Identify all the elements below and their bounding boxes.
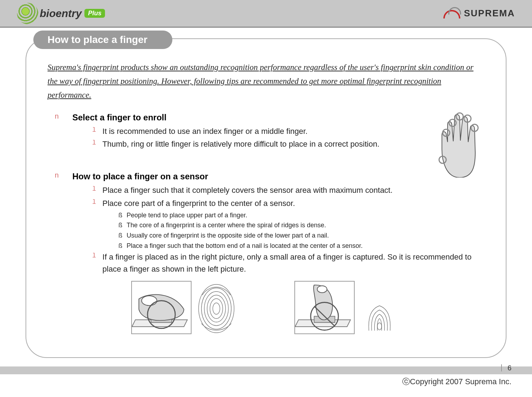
hand-illustration (428, 103, 492, 178)
sub-list: l It is recommended to use an index fing… (92, 125, 484, 150)
list-item: ß Usually core of fingerprint is the opp… (118, 230, 484, 241)
bullet-level3: ß (118, 210, 122, 221)
section-heading: n How to place a finger on a sensor (55, 172, 484, 181)
list-item: l Place core part of a fingerprint to th… (92, 197, 484, 210)
list-item-text: If a finger is placed as in the right pi… (102, 251, 484, 275)
list-item: ß People tend to place upper part of a f… (118, 210, 484, 221)
content-frame: How to place a finger Suprema's fingerpr… (26, 38, 506, 358)
list-item: l Thumb, ring or little finger is relati… (92, 138, 484, 150)
sub-list: l If a finger is placed as in the right … (92, 251, 484, 275)
bullet-level2: l (92, 197, 96, 210)
bullet-level2: l (92, 184, 96, 196)
finger-tip-diagram (294, 281, 355, 334)
bullet-level3: ß (118, 241, 122, 251)
bullet-level2: l (92, 138, 96, 150)
bullet-level2: l (92, 251, 96, 275)
placement-diagrams (48, 281, 484, 334)
incorrect-placement (294, 281, 401, 334)
logo-suprema: SUPREMA (443, 7, 515, 20)
sub-list: l Place a finger such that it completely… (92, 184, 484, 209)
svg-point-10 (201, 288, 231, 329)
fingerprint-swirl-icon (17, 3, 38, 24)
footer-bar (0, 366, 532, 374)
brand-left-badge: Plus (84, 9, 105, 18)
section-title-text: Select a finger to enroll (72, 113, 166, 123)
svg-point-11 (204, 292, 228, 326)
bullet-level2: l (92, 125, 96, 137)
logo-bioentry: bioentry Plus (17, 3, 105, 24)
bullet-level3: ß (118, 220, 122, 230)
section-heading: n Select a finger to enroll (55, 113, 484, 123)
page-title: How to place a finger (33, 31, 172, 49)
svg-point-19 (377, 323, 382, 330)
bullet-level1: n (55, 172, 59, 181)
intro-paragraph: Suprema's fingerprint products show an o… (48, 60, 484, 102)
partial-fingerprint-icon (358, 281, 401, 334)
list-item-text: Place a finger such that it completely c… (102, 184, 393, 196)
page-number: 6 (501, 364, 511, 371)
list-item: ß Place a finger such that the bottom en… (118, 241, 484, 251)
list-item: ß The core of a fingerprint is a center … (118, 220, 484, 230)
list-item-text: It is recommended to use an index finger… (102, 125, 307, 137)
full-fingerprint-icon (195, 281, 238, 334)
svg-point-14 (213, 303, 220, 314)
copyright-text: ⓒCopyright 2007 Suprema Inc. (402, 376, 511, 387)
finger-flat-diagram (131, 281, 192, 334)
svg-point-16 (317, 286, 327, 293)
list-item: l If a finger is placed as in the right … (92, 251, 484, 275)
list-item-text: Place core part of a fingerprint to the … (102, 197, 295, 210)
list-item-text: The core of a fingerprint is a center wh… (127, 220, 326, 230)
bullet-level3: ß (118, 230, 122, 241)
svg-point-13 (210, 299, 223, 319)
suprema-arc-icon (443, 7, 461, 20)
brand-right-text: SUPREMA (464, 8, 515, 19)
svg-point-7 (142, 296, 157, 305)
correct-placement (131, 281, 238, 334)
bullet-level1: n (55, 113, 59, 123)
list-item: l Place a finger such that it completely… (92, 184, 484, 196)
list-item-text: Place a finger such that the bottom end … (127, 241, 362, 251)
list-item: l It is recommended to use an index fing… (92, 125, 484, 137)
header-bar: bioentry Plus SUPREMA (0, 0, 532, 28)
subsub-list: ß People tend to place upper part of a f… (118, 210, 484, 251)
list-item-text: People tend to place upper part of a fin… (127, 210, 247, 221)
section-title-text: How to place a finger on a sensor (72, 172, 208, 181)
brand-left-text: bioentry (40, 7, 82, 20)
list-item-text: Thumb, ring or little finger is relative… (102, 138, 379, 150)
list-item-text: Usually core of fingerprint is the oppos… (127, 230, 329, 241)
